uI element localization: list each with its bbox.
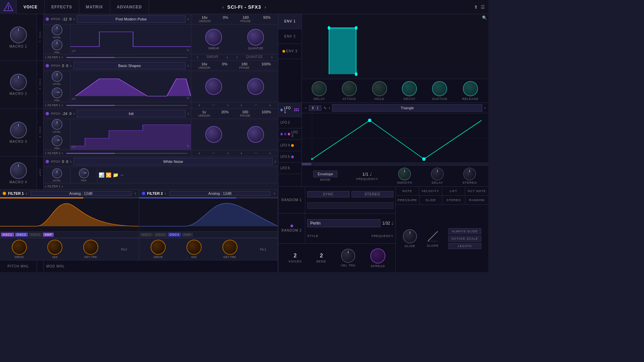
random1-stereo-btn[interactable]: STEREO [352,191,394,197]
osc2-quant-prev[interactable]: ‹ [240,103,242,108]
vel-trk-knob[interactable] [341,249,355,263]
lfo2-label[interactable]: LFO 2 [278,117,302,128]
osc2-quant-next[interactable]: › [269,103,271,108]
smp-next-btn[interactable]: › [275,159,276,164]
env-zoom-icon[interactable]: 🔍 [482,15,487,20]
filter1-osc2-btn[interactable]: OSC2 [15,233,28,237]
filter1-mix-knob[interactable] [47,240,62,255]
filter2-smp-btn[interactable]: SMP [182,233,193,237]
env1-label[interactable]: ENV 1 [278,14,302,29]
osc2-pan-knob[interactable] [52,87,62,98]
lfo-position-slider[interactable] [302,163,488,165]
osc1-smear-prev[interactable]: ‹ [197,55,198,60]
osc3-quant-next[interactable]: › [269,151,271,156]
lfo5-label[interactable]: LFO 5 [278,151,302,163]
filter2-osc3-btn[interactable]: OSC3 [168,233,181,237]
filter2-osc1-btn[interactable]: OSC1 [140,233,153,237]
filter1-type-next[interactable]: › [135,191,136,196]
smp-level-knob[interactable] [52,168,62,178]
filter2-mix-knob[interactable] [186,240,202,255]
smp-loop-icon[interactable]: ↔ [120,172,124,178]
osc3-next-btn[interactable]: › [187,111,189,116]
filter1-type-prev[interactable]: ‹ [26,191,27,196]
env-delay-knob[interactable] [312,81,327,96]
lfo1-label[interactable]: LFO 1 [278,103,302,117]
legato-btn[interactable]: LEGATO [448,243,481,249]
osc3-quant-prev[interactable]: ‹ [240,151,242,156]
osc2-next-btn[interactable]: › [187,63,189,68]
osc2-smear-knob[interactable] [205,78,222,95]
smp-name-bar[interactable]: White Noise [73,158,273,165]
filter1-drive-knob[interactable] [12,240,27,255]
osc3-quantize-knob[interactable] [247,126,264,143]
lfo-smooth-knob[interactable] [398,168,411,180]
osc1-prev-btn[interactable]: ‹ [73,17,75,21]
osc1-pan-knob[interactable] [52,40,62,50]
macro1-knob[interactable] [10,26,27,43]
filter2-keytrk-knob[interactable] [222,240,237,255]
filter1-osc1-btn[interactable]: OSC1 [1,233,14,237]
random1-sync-btn[interactable]: SYNC [307,191,350,197]
smp-prev-btn[interactable]: ‹ [70,159,71,164]
tab-voice[interactable]: VOICE [17,0,45,14]
tab-matrix[interactable]: MATRIX [79,0,110,14]
macro2-knob[interactable] [10,74,27,90]
env-hold-knob[interactable] [372,81,387,96]
filter2-type-next[interactable]: › [274,191,275,196]
macro4-knob[interactable] [10,162,27,179]
osc3-filter-prev[interactable]: ‹ [45,151,46,156]
filter2-drive-knob[interactable] [151,240,166,255]
smp-waveform-icon[interactable]: 📊 [99,172,104,178]
lfo-env-icon[interactable]: ∿ [323,106,327,110]
tab-advanced[interactable]: ADVANCED [110,0,149,14]
osc3-edit-icon[interactable]: ✎ [186,144,190,148]
filter2-type-bar[interactable]: Analog : 12dB [169,191,270,196]
osc3-smear-next[interactable]: › [227,151,229,156]
osc1-filter-prev[interactable]: ‹ [45,55,46,60]
lfo-type-bar[interactable]: Triangle [332,104,482,112]
filter1-smp-btn[interactable]: SMP [43,233,54,237]
always-glide-btn[interactable]: ALWAYS GLIDE [448,228,481,234]
env3-label[interactable]: ENV 3 [278,44,302,59]
smp-filter-next[interactable]: › [62,184,63,189]
smp-load-icon[interactable]: 📁 [113,172,118,178]
env-decay-knob[interactable] [402,81,417,96]
osc2-name-bar[interactable]: Basic Shapes [73,62,185,69]
osc1-name-bar[interactable]: Post Modern Pulse [77,15,185,23]
prev-preset-button[interactable]: ‹ [222,4,224,10]
env2-label[interactable]: ENV 2 [278,29,302,44]
osc3-smear-knob[interactable] [205,126,222,143]
osc3-smear-prev[interactable]: ‹ [199,151,200,156]
lfo6-label[interactable]: LFO 6 [278,163,302,174]
tab-effects[interactable]: EFFECTS [45,0,79,14]
osc1-smear-next[interactable]: › [227,55,228,60]
osc3-pan-knob[interactable] [52,135,62,146]
smp-pan-knob[interactable] [79,168,89,178]
next-preset-button[interactable]: › [264,4,266,10]
osc1-next-btn[interactable]: › [187,17,189,21]
export-icon[interactable]: ⬆ [474,4,478,10]
lfo-type-prev[interactable]: ‹ [329,106,330,110]
lfo3-label[interactable]: LFO 3 [278,128,302,140]
filter1-osc3-btn[interactable]: OSC3 [29,233,42,237]
macro3-knob[interactable] [10,122,27,138]
osc3-filter-next[interactable]: › [62,151,63,156]
osc3-name-bar[interactable]: Init [77,110,185,117]
osc3-level-knob[interactable] [52,119,62,130]
filter2-osc2-btn[interactable]: OSC2 [154,233,167,237]
osc2-filter-prev[interactable]: ‹ [45,103,46,108]
osc3-filter-slider[interactable] [66,153,187,154]
osc1-smear-knob[interactable] [205,29,222,46]
osc1-quant-prev[interactable]: ‹ [236,55,237,60]
lfo-mode-btn[interactable]: Envelope [313,171,337,177]
osc1-quant-next[interactable]: › [271,55,273,60]
osc2-smear-next[interactable]: › [227,103,229,108]
env-release-knob[interactable] [463,81,478,96]
lfo-wave-icon[interactable]: ~ [305,106,307,110]
glide-knob[interactable] [403,229,417,243]
lfo4-label[interactable]: LFO 4 [278,140,302,151]
osc2-prev-btn[interactable]: ‹ [70,63,71,68]
spread-knob[interactable] [370,248,385,263]
osc2-level-knob[interactable] [52,71,62,82]
lfo-stereo-knob[interactable] [463,168,476,180]
